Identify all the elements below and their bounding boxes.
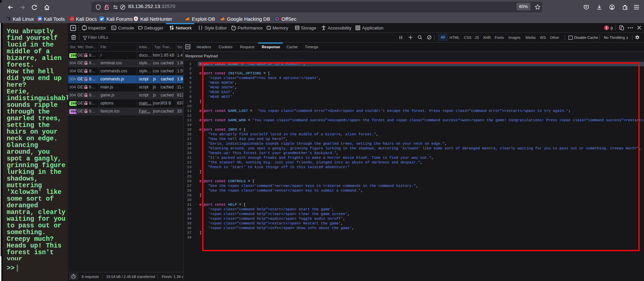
svg-text:</>: </>: [70, 18, 74, 20]
